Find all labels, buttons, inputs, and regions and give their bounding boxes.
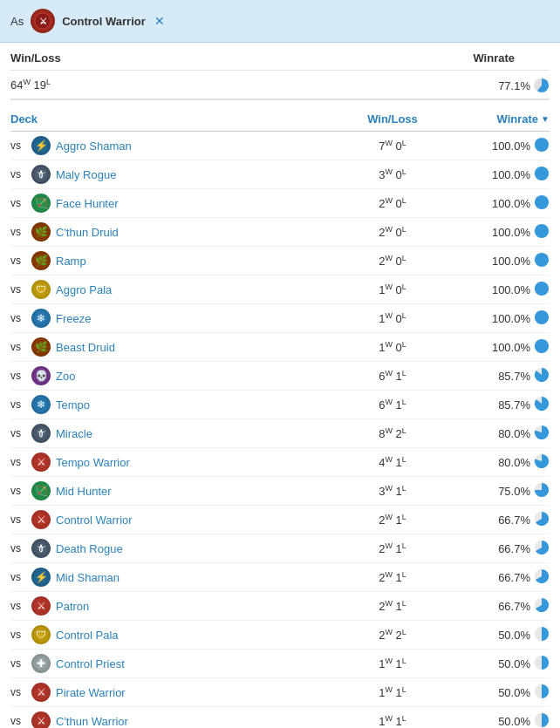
row-losses-9: 1 [396,398,402,412]
row-deck-16: vs ⚔ Patron [10,596,331,616]
row-wr-9: 85.7% [454,396,550,414]
deck-name-0[interactable]: Aggro Shaman [56,139,132,153]
sort-arrow-icon[interactable]: ▼ [541,114,550,124]
row-wr-10: 80.0% [454,425,550,443]
row-losses-16: 1 [396,600,402,613]
row-wr-0: 100.0% [454,137,550,155]
deck-class-icon-7: 🌿 [31,337,51,357]
table-row: vs ⚔ Patron 2W 1L 66.7% [10,592,550,621]
svg-point-7 [535,252,549,266]
row-winrate-20: 50.0% [498,715,530,728]
wl-header: Win/Loss [10,51,61,65]
row-winrate-18: 50.0% [498,657,530,670]
table-row: vs ⚔ C'thun Warrior 1W 1L 50.0% [10,707,550,728]
deck-name-3[interactable]: C'thun Druid [56,226,119,239]
deck-name-18[interactable]: Control Priest [56,657,125,670]
deck-name-13[interactable]: Control Warrior [56,514,133,527]
deck-name-14[interactable]: Death Rogue [56,542,123,555]
deck-name-20[interactable]: C'thun Warrior [56,715,128,728]
row-wl-2: 2W 0L [331,196,454,210]
deck-name-4[interactable]: Ramp [56,255,86,268]
deck-name-1[interactable]: Maly Rogue [56,168,116,181]
row-winrate-17: 50.0% [498,629,530,642]
summary-pie-chart [534,78,550,93]
l-sup-13: L [402,513,406,521]
l-sup-15: L [402,570,406,579]
deck-name-12[interactable]: Mid Hunter [56,485,112,498]
l-sup-11: L [402,455,406,464]
row-losses-20: 1 [396,715,402,728]
w-sup-20: W [385,714,393,723]
w-sup-1: W [385,167,393,176]
row-winrate-16: 66.7% [498,600,530,613]
row-losses-2: 0 [396,197,402,210]
row-wl-9: 6W 1L [331,398,454,412]
row-deck-13: vs ⚔ Control Warrior [10,510,331,529]
vs-label-15: vs [10,571,26,583]
deck-name-7[interactable]: Beast Druid [56,341,115,354]
row-pie-6 [534,310,550,328]
svg-point-10 [535,338,549,352]
header-deck-name: Control Warrior [62,15,146,28]
row-deck-5: vs 🛡 Aggro Pala [10,280,331,299]
table-row: vs ⚔ Control Warrior 2W 1L 66.7% [10,506,550,534]
row-pie-10 [534,425,550,443]
row-winrate-10: 80.0% [498,427,530,440]
deck-name-5[interactable]: Aggro Pala [56,283,112,296]
row-deck-8: vs 💀 Zoo [10,366,331,385]
w-sup-13: W [385,513,393,521]
w-sup-9: W [385,398,393,406]
vs-label-6: vs [10,312,26,324]
row-wr-7: 100.0% [454,338,550,357]
deck-class-icon-3: 🌿 [31,222,51,242]
l-sup-8: L [402,369,406,378]
deck-class-icon-15: ⚡ [31,568,51,587]
deck-icon: ⚔ [31,9,55,33]
deck-name-16[interactable]: Patron [56,600,89,613]
vs-label-3: vs [10,226,26,238]
deck-class-icon-16: ⚔ [31,596,51,616]
deck-name-6[interactable]: Freeze [56,312,91,325]
deck-name-8[interactable]: Zoo [56,370,75,383]
row-deck-3: vs 🌿 C'thun Druid [10,222,331,242]
row-wl-0: 7W 0L [331,139,454,153]
deck-name-10[interactable]: Miracle [56,427,92,440]
col-deck-header: Deck [10,112,331,126]
w-sup-10: W [385,426,393,435]
row-deck-9: vs ❄ Tempo [10,395,331,414]
deck-class-icon-2: 🏹 [31,194,51,213]
row-pie-16 [534,597,550,616]
w-sup-11: W [385,455,393,464]
deck-class-icon-12: 🏹 [31,481,51,500]
svg-point-8 [535,281,549,295]
svg-point-5 [535,194,549,208]
row-wr-19: 50.0% [454,684,550,702]
row-wl-1: 3W 0L [331,167,454,181]
row-losses-1: 0 [396,168,402,181]
row-pie-3 [534,223,550,242]
row-losses-13: 1 [396,514,402,527]
row-deck-4: vs 🌿 Ramp [10,251,331,270]
deck-class-icon-11: ⚔ [31,452,51,472]
close-button[interactable]: ✕ [154,14,165,28]
vs-label-11: vs [10,456,26,468]
table-row: vs 🌿 C'thun Druid 2W 0L 100.0% [10,218,550,247]
deck-name-2[interactable]: Face Hunter [56,197,119,210]
row-deck-18: vs ✚ Control Priest [10,654,331,673]
w-sup-6: W [385,311,393,320]
w-sup-19: W [385,685,393,694]
row-pie-20 [534,712,550,729]
w-sup-14: W [385,541,393,550]
deck-name-19[interactable]: Pirate Warrior [56,686,126,699]
row-losses-4: 0 [396,255,402,268]
deck-name-17[interactable]: Control Pala [56,629,119,642]
deck-name-9[interactable]: Tempo [56,398,90,412]
row-winrate-9: 85.7% [498,398,530,412]
row-losses-19: 1 [396,686,402,699]
deck-name-15[interactable]: Mid Shaman [56,571,120,584]
row-winrate-11: 80.0% [498,456,530,469]
row-pie-5 [534,281,550,299]
deck-class-icon-19: ⚔ [31,683,51,702]
deck-name-11[interactable]: Tempo Warrior [56,456,130,469]
l-sup-12: L [402,484,406,493]
